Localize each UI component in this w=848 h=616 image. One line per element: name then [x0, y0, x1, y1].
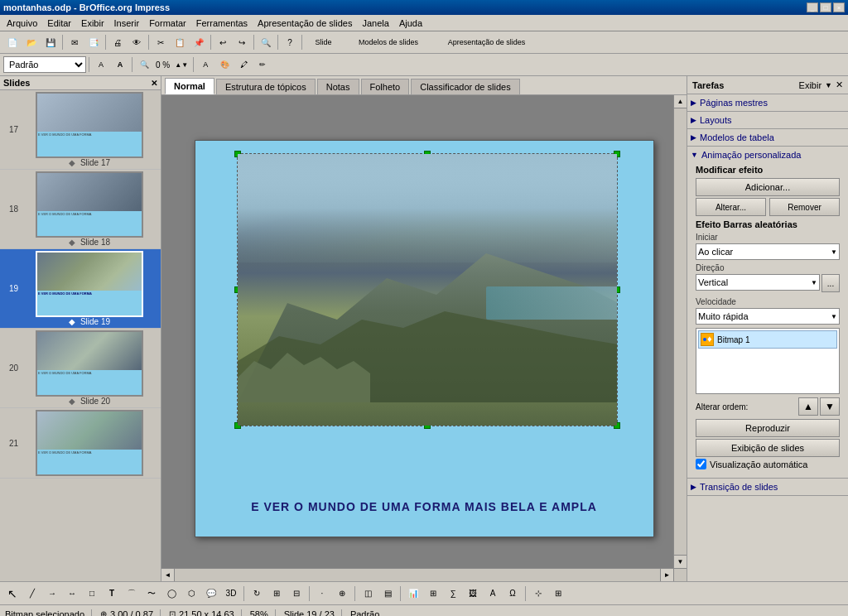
slide-item-17[interactable]: 17 E VER O MUNDO DE UMA FORMA ◆ Slide 17	[0, 90, 161, 170]
transform-tool[interactable]: ⊞	[267, 585, 286, 603]
zoom-stepper[interactable]: ▲▼	[172, 55, 190, 74]
direction-combo[interactable]: Vertical ▼	[696, 274, 820, 291]
tab-normal[interactable]: Normal	[165, 78, 214, 94]
slide-item-21[interactable]: 21 E VER O MUNDO DE UMA FORMA	[0, 408, 161, 479]
menu-ajuda[interactable]: Ajuda	[394, 17, 427, 30]
change-animation-button[interactable]: Alterar...	[696, 198, 766, 216]
slide-item-19[interactable]: 19 E VER O MUNDO DE UMA FORMA ◆ Slide 19	[0, 249, 161, 329]
menu-editar[interactable]: Editar	[42, 17, 76, 30]
cut-button[interactable]: ✂	[152, 33, 170, 51]
snap-tool[interactable]: ⊹	[529, 585, 547, 603]
rotate-tool[interactable]: ↻	[248, 585, 266, 603]
slides-list[interactable]: 17 E VER O MUNDO DE UMA FORMA ◆ Slide 17…	[0, 90, 161, 581]
pdf-button[interactable]: 📑	[84, 33, 103, 51]
slideshow-button[interactable]: Exibição de slides	[696, 439, 840, 457]
search-button[interactable]: 🔍	[257, 33, 275, 51]
hscroll-left[interactable]: ◄	[161, 569, 175, 581]
slide-item-20[interactable]: 20 E VER O MUNDO DE UMA FORMA ◆ Slide 20	[0, 329, 161, 408]
color-btn3[interactable]: 🖍	[234, 55, 253, 74]
menu-janela[interactable]: Janela	[357, 17, 393, 30]
help-button[interactable]: ?	[281, 33, 299, 51]
vscroll-up[interactable]: ▲	[674, 95, 687, 108]
start-combo-arrow[interactable]: ▼	[831, 248, 837, 256]
paste-button[interactable]: 📌	[190, 33, 208, 51]
order-down-button[interactable]: ▼	[820, 397, 840, 416]
exibir-arrow[interactable]: ▼	[825, 81, 832, 89]
special-char-tool[interactable]: Ω	[504, 585, 522, 603]
speed-combo-arrow[interactable]: ▼	[831, 313, 837, 320]
zoom-btn[interactable]: 🔍	[135, 55, 153, 74]
style-combo[interactable]: Padrão	[3, 56, 86, 73]
save-button[interactable]: 💾	[41, 33, 60, 51]
poly-tool[interactable]: ⬡	[182, 585, 200, 603]
ellipse-tool[interactable]: ◯	[162, 585, 181, 603]
tab-folheto[interactable]: Folheto	[361, 79, 410, 94]
slide-btn[interactable]: Slide	[305, 33, 342, 51]
slide-item-18[interactable]: 18 E VER O MUNDO DE UMA FORMA ◆ Slide 18	[0, 170, 161, 249]
redo-button[interactable]: ↪	[233, 33, 251, 51]
email-button[interactable]: ✉	[65, 33, 84, 51]
gradient-tool[interactable]: ▤	[378, 585, 397, 603]
callout-tool[interactable]: 💬	[202, 585, 220, 603]
master-btn[interactable]: Modelos de slides	[343, 33, 434, 51]
direction-more-button[interactable]: ...	[822, 274, 840, 292]
close-button[interactable]: ×	[833, 2, 845, 12]
maximize-button[interactable]: □	[820, 2, 831, 12]
textbox-tool[interactable]: A	[484, 585, 502, 603]
color-btn4[interactable]: ✏	[253, 55, 272, 74]
rect-tool[interactable]: □	[83, 585, 101, 603]
add-animation-button[interactable]: Adicionar...	[696, 178, 840, 196]
menu-arquivo[interactable]: Arquivo	[2, 17, 42, 30]
menu-ferramentas[interactable]: Ferramentas	[191, 17, 253, 30]
menu-inserir[interactable]: Inserir	[109, 17, 145, 30]
color-btn1[interactable]: A	[196, 55, 214, 74]
layouts-header[interactable]: ▶ Layouts	[691, 113, 845, 127]
menu-formatar[interactable]: Formatar	[144, 17, 191, 30]
reproduce-button[interactable]: Reproduzir	[696, 419, 840, 437]
new-button[interactable]: 📄	[3, 33, 22, 51]
tab-estrutura[interactable]: Estrutura de tópicos	[216, 79, 316, 94]
slide-image-container[interactable]	[237, 153, 618, 426]
vscroll-down[interactable]: ▼	[674, 555, 687, 568]
menu-apresentacao[interactable]: Apresentação de slides	[253, 17, 357, 30]
speed-combo[interactable]: Muito rápida ▼	[696, 308, 840, 325]
presentation-btn[interactable]: Apresentação de slides	[435, 33, 538, 51]
freeform-tool[interactable]: 〜	[142, 585, 161, 603]
3d-tool[interactable]: 3D	[222, 585, 240, 603]
hscroll-right[interactable]: ►	[660, 569, 673, 581]
print-button[interactable]: 🖨	[108, 33, 127, 51]
align-tool[interactable]: ⊟	[287, 585, 306, 603]
minimize-button[interactable]: _	[807, 2, 818, 12]
formula-tool[interactable]: ∑	[444, 585, 462, 603]
grid-tool[interactable]: ⊞	[549, 585, 567, 603]
animation-list[interactable]: ♦ Bitmap 1	[696, 328, 840, 394]
panel-close-btn[interactable]: ✕	[836, 79, 843, 90]
auto-preview-checkbox[interactable]	[696, 459, 706, 469]
start-combo[interactable]: Ao clicar ▼	[696, 243, 840, 260]
style-btn2[interactable]: A	[111, 55, 129, 74]
paginas-mestres-header[interactable]: ▶ Páginas mestres	[691, 96, 845, 109]
transicao-header[interactable]: ▶ Transição de slides	[691, 480, 845, 493]
menu-exibir[interactable]: Exibir	[76, 17, 109, 30]
shadow-tool[interactable]: ◫	[359, 585, 377, 603]
tab-classificador[interactable]: Classificador de slides	[411, 79, 519, 94]
canvas-vscrollbar[interactable]: ▲ ▼	[673, 95, 687, 568]
text-tool[interactable]: T	[103, 585, 121, 603]
slides-panel-close[interactable]: ✕	[151, 79, 157, 88]
glue-tool[interactable]: ⊕	[333, 585, 351, 603]
curve-tool[interactable]: ⌒	[123, 585, 141, 603]
color-btn2[interactable]: 🎨	[215, 55, 234, 74]
line-tool[interactable]: ╱	[23, 585, 41, 603]
undo-button[interactable]: ↩	[214, 33, 232, 51]
style-btn1[interactable]: A	[92, 55, 110, 74]
preview-button[interactable]: 👁	[128, 33, 146, 51]
arrow-tool1[interactable]: →	[43, 585, 61, 603]
modelos-tabela-header[interactable]: ▶ Modelos de tabela	[691, 131, 845, 144]
order-up-button[interactable]: ▲	[798, 397, 818, 416]
chart-tool[interactable]: 📊	[404, 585, 422, 603]
copy-button[interactable]: 📋	[171, 33, 189, 51]
arrow-tool2[interactable]: ↔	[63, 585, 81, 603]
canvas-hscrollbar[interactable]: ◄ ►	[161, 568, 673, 581]
direction-combo-arrow[interactable]: ▼	[811, 279, 817, 286]
animacao-header[interactable]: ▼ Animação personalizada	[691, 148, 845, 161]
